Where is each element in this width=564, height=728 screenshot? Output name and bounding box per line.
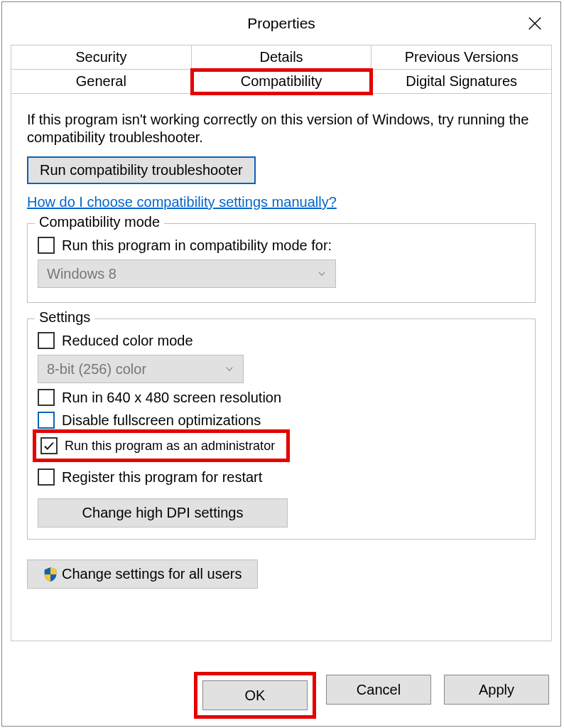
run-as-admin-row: Run this program as an administrator bbox=[38, 434, 285, 457]
compat-os-dropdown[interactable]: Windows 8 bbox=[38, 259, 336, 288]
help-link[interactable]: How do I choose compatibility settings m… bbox=[27, 194, 337, 210]
apply-button[interactable]: Apply bbox=[444, 675, 549, 705]
compatibility-panel: If this program isn't working correctly … bbox=[11, 94, 552, 641]
reduced-color-label: Reduced color mode bbox=[62, 333, 193, 349]
register-restart-label: Register this program for restart bbox=[62, 469, 262, 486]
properties-window: Properties Security Details Previous Ver… bbox=[1, 1, 561, 727]
cancel-button[interactable]: Cancel bbox=[326, 675, 431, 705]
chevron-down-icon bbox=[224, 364, 234, 374]
color-depth-value: 8-bit (256) color bbox=[47, 361, 146, 378]
titlebar: Properties bbox=[2, 2, 560, 45]
disable-fullscreen-label: Disable fullscreen optimizations bbox=[62, 412, 261, 429]
intro-text: If this program isn't working correctly … bbox=[27, 111, 536, 146]
color-depth-dropdown[interactable]: 8-bit (256) color bbox=[38, 355, 244, 383]
compatibility-mode-group: Compatibility mode Run this program in c… bbox=[27, 223, 536, 303]
shield-icon bbox=[43, 567, 58, 582]
change-high-dpi-button[interactable]: Change high DPI settings bbox=[38, 498, 288, 528]
tab-strip: Security Details Previous Versions Gener… bbox=[11, 45, 552, 94]
tab-details[interactable]: Details bbox=[192, 45, 372, 70]
tab-previous-versions[interactable]: Previous Versions bbox=[372, 45, 552, 70]
run-as-admin-label: Run this program as an administrator bbox=[65, 439, 275, 454]
tab-security[interactable]: Security bbox=[11, 45, 192, 70]
tab-general[interactable]: General bbox=[11, 70, 192, 94]
run-640-checkbox[interactable] bbox=[38, 389, 55, 406]
ok-highlight: OK bbox=[197, 675, 313, 716]
compat-mode-label: Run this program in compatibility mode f… bbox=[62, 237, 332, 254]
change-all-users-button[interactable]: Change settings for all users bbox=[27, 560, 258, 589]
settings-legend: Settings bbox=[35, 309, 94, 326]
window-title: Properties bbox=[247, 15, 315, 32]
tab-digital-signatures[interactable]: Digital Signatures bbox=[372, 70, 552, 94]
ok-button[interactable]: OK bbox=[202, 680, 308, 710]
register-restart-checkbox[interactable] bbox=[38, 469, 55, 486]
run-640-label: Run in 640 x 480 screen resolution bbox=[62, 390, 281, 406]
reduced-color-checkbox[interactable] bbox=[38, 332, 55, 349]
run-troubleshooter-button[interactable]: Run compatibility troubleshooter bbox=[27, 156, 256, 184]
change-all-users-label: Change settings for all users bbox=[62, 566, 242, 582]
check-icon bbox=[43, 439, 55, 452]
compat-legend: Compatibility mode bbox=[35, 214, 164, 230]
close-button[interactable] bbox=[519, 9, 551, 38]
dialog-button-bar: OK Cancel Apply bbox=[197, 675, 549, 716]
close-icon bbox=[527, 16, 543, 31]
chevron-down-icon bbox=[317, 269, 327, 279]
tab-compatibility[interactable]: Compatibility bbox=[192, 70, 372, 94]
disable-fullscreen-checkbox[interactable] bbox=[38, 412, 55, 429]
compat-os-value: Windows 8 bbox=[47, 266, 116, 282]
settings-group: Settings Reduced color mode 8-bit (256) … bbox=[27, 318, 536, 540]
compat-mode-checkbox[interactable] bbox=[38, 237, 55, 254]
run-as-admin-checkbox[interactable] bbox=[40, 437, 58, 454]
